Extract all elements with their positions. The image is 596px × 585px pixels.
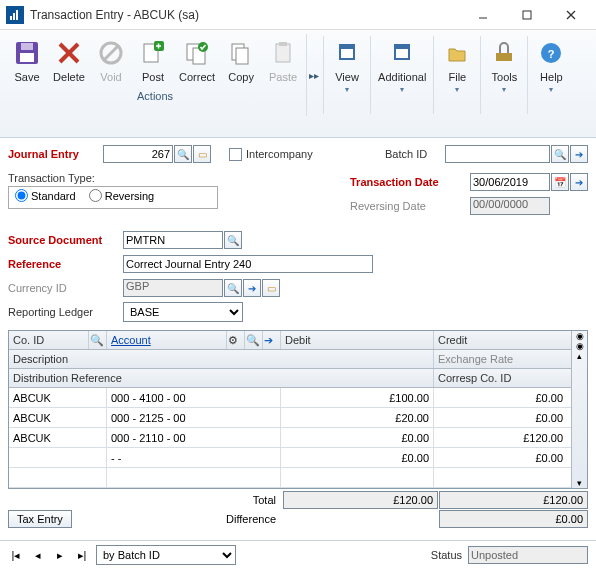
nav-next[interactable]: ▸	[52, 547, 68, 563]
col-coid[interactable]: Co. ID	[9, 331, 89, 349]
col-credit[interactable]: Credit	[434, 331, 567, 349]
journal-lookup-icon[interactable]: 🔍	[174, 145, 192, 163]
scroll-mid-icon[interactable]: ◉	[576, 341, 584, 351]
close-button[interactable]	[556, 3, 586, 27]
cell-debit[interactable]: £20.00	[281, 408, 434, 427]
status-value: Unposted	[468, 546, 588, 564]
table-row[interactable]: ABCUK000 - 4100 - 00£100.00£0.00	[9, 388, 571, 408]
void-button[interactable]: Void	[90, 34, 132, 86]
cell-coid[interactable]: ABCUK	[9, 428, 107, 447]
cell-account[interactable]: 000 - 2110 - 00	[107, 428, 281, 447]
cell-coid[interactable]	[9, 448, 107, 467]
cell-account[interactable]	[107, 468, 281, 487]
journal-entry-input[interactable]	[103, 145, 173, 163]
trx-type-label: Transaction Type:	[8, 172, 218, 184]
correct-button[interactable]: Correct	[174, 34, 220, 86]
cell-credit[interactable]: £0.00	[434, 408, 567, 427]
ledger-select[interactable]: BASE	[123, 302, 243, 322]
cell-credit[interactable]: £0.00	[434, 388, 567, 407]
intercompany-label: Intercompany	[246, 148, 313, 160]
radio-reversing[interactable]: Reversing	[89, 189, 155, 202]
intercompany-checkbox[interactable]	[229, 148, 242, 161]
ribbon-expand[interactable]: ▸▸	[307, 34, 321, 116]
cell-account[interactable]: 000 - 4100 - 00	[107, 388, 281, 407]
cell-debit[interactable]	[281, 468, 434, 487]
curr-go-icon[interactable]: ➔	[243, 279, 261, 297]
cell-debit[interactable]: £0.00	[281, 428, 434, 447]
nav-first[interactable]: |◂	[8, 547, 24, 563]
cell-coid[interactable]	[9, 468, 107, 487]
delete-button[interactable]: Delete	[48, 34, 90, 86]
file-button[interactable]: File ▾	[436, 34, 478, 116]
additional-button[interactable]: Additional ▾	[373, 34, 431, 116]
cell-credit[interactable]: £0.00	[434, 448, 567, 467]
col-distref[interactable]: Distribution Reference	[9, 369, 434, 387]
paste-button[interactable]: Paste	[262, 34, 304, 86]
table-row[interactable]: ABCUK000 - 2125 - 00£20.00£0.00	[9, 408, 571, 428]
col-debit[interactable]: Debit	[281, 331, 434, 349]
scroll-up-icon[interactable]: ◉	[576, 331, 584, 341]
title-bar: Transaction Entry - ABCUK (sa)	[0, 0, 596, 30]
copy-button[interactable]: Copy	[220, 34, 262, 86]
total-label: Total	[202, 491, 282, 509]
cell-credit[interactable]	[434, 468, 567, 487]
post-icon	[137, 37, 169, 69]
tax-entry-button[interactable]: Tax Entry	[8, 510, 72, 528]
curr-lookup-icon[interactable]: 🔍	[224, 279, 242, 297]
col-corresp[interactable]: Corresp Co. ID	[434, 369, 567, 387]
svg-rect-20	[236, 48, 248, 64]
batch-lookup-icon[interactable]: 🔍	[551, 145, 569, 163]
batch-id-input[interactable]	[445, 145, 550, 163]
col-icon3[interactable]: 🔍	[245, 331, 263, 349]
journal-note-icon[interactable]: ▭	[193, 145, 211, 163]
sort-by-select[interactable]: by Batch ID	[96, 545, 236, 565]
dropdown-icon: ▾	[549, 85, 553, 94]
curr-note-icon[interactable]: ▭	[262, 279, 280, 297]
correct-icon	[181, 37, 213, 69]
col-icon1[interactable]: 🔍	[89, 331, 107, 349]
cell-debit[interactable]: £100.00	[281, 388, 434, 407]
view-button[interactable]: View ▾	[326, 34, 368, 116]
diff-value: £0.00	[439, 510, 588, 528]
svg-rect-2	[16, 10, 18, 20]
cell-debit[interactable]: £0.00	[281, 448, 434, 467]
calendar-icon[interactable]: 📅	[551, 173, 569, 191]
batch-go-icon[interactable]: ➔	[570, 145, 588, 163]
col-icon2[interactable]: ⚙	[227, 331, 245, 349]
table-row[interactable]: ABCUK000 - 2110 - 00£0.00£120.00	[9, 428, 571, 448]
src-lookup-icon[interactable]: 🔍	[224, 231, 242, 249]
table-row[interactable]	[9, 468, 571, 488]
cell-coid[interactable]: ABCUK	[9, 388, 107, 407]
table-row[interactable]: - -£0.00£0.00	[9, 448, 571, 468]
ribbon: Save Delete Void Post Correct	[0, 30, 596, 138]
nav-last[interactable]: ▸|	[74, 547, 90, 563]
nav-prev[interactable]: ◂	[30, 547, 46, 563]
scroll-bot-icon[interactable]: ▾	[577, 478, 582, 488]
date-go-icon[interactable]: ➔	[570, 173, 588, 191]
src-doc-input[interactable]	[123, 231, 223, 249]
view-icon	[331, 37, 363, 69]
cell-account[interactable]: 000 - 2125 - 00	[107, 408, 281, 427]
col-icon4[interactable]: ➔	[263, 331, 281, 349]
src-doc-label: Source Document	[8, 234, 123, 246]
reference-input[interactable]	[123, 255, 373, 273]
post-button[interactable]: Post	[132, 34, 174, 86]
grid-scrollbar[interactable]: ◉ ◉ ▴ ▾	[571, 331, 587, 488]
cell-credit[interactable]: £120.00	[434, 428, 567, 447]
minimize-button[interactable]	[468, 3, 498, 27]
maximize-button[interactable]	[512, 3, 542, 27]
scroll-top-icon[interactable]: ▴	[577, 351, 582, 361]
radio-standard[interactable]: Standard	[15, 189, 76, 202]
paste-icon	[267, 37, 299, 69]
save-button[interactable]: Save	[6, 34, 48, 86]
col-description[interactable]: Description	[9, 350, 434, 368]
trx-date-input[interactable]	[470, 173, 550, 191]
cell-account[interactable]: - -	[107, 448, 281, 467]
tools-button[interactable]: Tools ▾	[483, 34, 525, 116]
col-account[interactable]: Account	[107, 331, 227, 349]
col-exchange[interactable]: Exchange Rate	[434, 350, 567, 368]
window-title: Transaction Entry - ABCUK (sa)	[30, 8, 468, 22]
currency-value: GBP	[123, 279, 223, 297]
cell-coid[interactable]: ABCUK	[9, 408, 107, 427]
help-button[interactable]: ? Help ▾	[530, 34, 572, 116]
